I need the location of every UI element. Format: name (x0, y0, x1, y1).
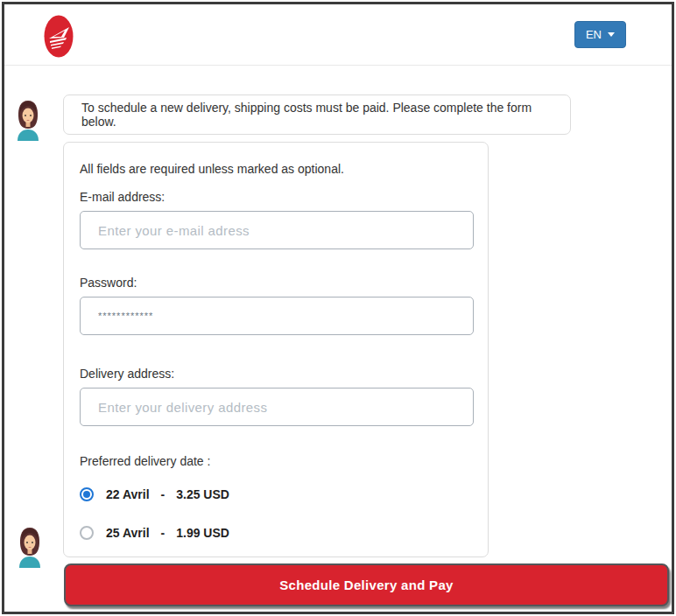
assistant-message-text: To schedule a new delivery, shipping cos… (81, 101, 553, 129)
option-price: 3.25 USD (176, 487, 229, 501)
email-input[interactable] (80, 211, 474, 249)
assistant-message: To schedule a new delivery, shipping cos… (63, 94, 571, 135)
password-label: Password: (80, 276, 472, 290)
delivery-date-option-1[interactable]: 22 Avril - 3.25 USD (80, 487, 472, 501)
language-label: EN (586, 28, 602, 41)
address-field-group: Delivery address: (80, 367, 472, 426)
preferred-date-label: Preferred delivery date : (80, 454, 472, 468)
delivery-date-option-1-label: 22 Avril - 3.25 USD (106, 487, 229, 501)
window-frame: EN To schedule a new delivery, sh (2, 2, 674, 614)
radio-button-icon[interactable] (80, 487, 94, 501)
password-field-group: Password: (80, 276, 472, 335)
header: EN (4, 4, 672, 66)
assistant-avatar-top (15, 99, 41, 141)
delivery-address-label: Delivery address: (80, 367, 472, 381)
email-field-group: E-mail address: (80, 190, 472, 249)
page: EN To schedule a new delivery, sh (0, 0, 676, 616)
delivery-address-input[interactable] (80, 388, 474, 426)
canada-post-logo-icon (44, 15, 74, 58)
chevron-down-icon (608, 32, 615, 37)
radio-button-icon[interactable] (80, 526, 94, 540)
assistant-avatar-bottom (17, 526, 43, 568)
option-price: 1.99 USD (176, 526, 229, 540)
password-input[interactable] (80, 297, 474, 335)
option-date: 25 Avril (106, 526, 150, 540)
form-note: All fields are required unless marked as… (80, 162, 472, 176)
option-date: 22 Avril (106, 487, 150, 501)
delivery-date-option-2[interactable]: 25 Avril - 1.99 USD (80, 526, 472, 540)
option-separator: - (161, 487, 165, 501)
option-separator: - (161, 526, 165, 540)
delivery-form: All fields are required unless marked as… (63, 142, 489, 557)
schedule-and-pay-button[interactable]: Schedule Delivery and Pay (64, 564, 669, 606)
email-label: E-mail address: (80, 190, 472, 204)
delivery-date-option-2-label: 25 Avril - 1.99 USD (106, 526, 229, 540)
language-selector-button[interactable]: EN (574, 21, 626, 48)
